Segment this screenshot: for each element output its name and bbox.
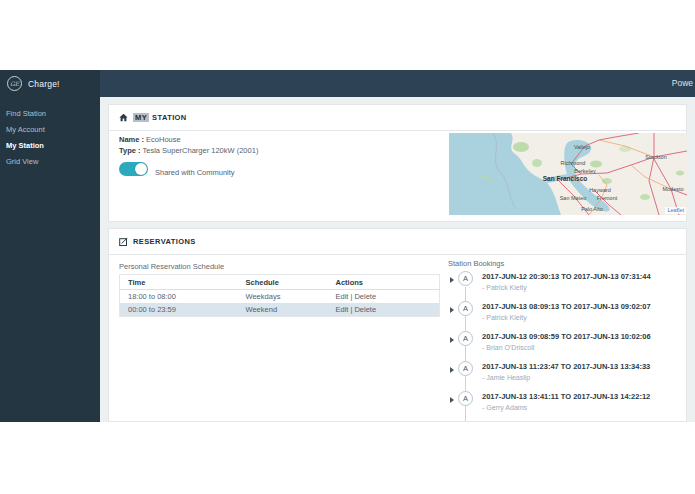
reservations-title: RESERVATIONS	[133, 237, 196, 246]
booking-user: - Gerry Adams	[482, 404, 527, 411]
map-city-label: Fremont	[597, 195, 618, 201]
cell-time: 00:00 to 23:59	[120, 303, 238, 317]
actions-separator: |	[350, 305, 352, 314]
booking-item: A 2017-JUN-13 13:41:11 TO 2017-JUN-13 14…	[450, 391, 680, 419]
station-type-line: Type : Tesla SuperCharger 120kW (2001)	[119, 146, 258, 155]
reservations-header: RESERVATIONS	[109, 229, 686, 255]
booking-range: 2017-JUN-12 20:30:13 TO 2017-JUN-13 07:3…	[482, 272, 651, 281]
station-type-value: Tesla SuperCharger 120kW (2001)	[142, 146, 258, 155]
map-city-label: Modesto	[662, 186, 683, 192]
top-bar: Powe	[0, 70, 695, 97]
schedule-table-title: Personal Reservation Schedule	[119, 262, 224, 271]
cell-actions: Edit|Delete	[328, 303, 440, 317]
booking-item: A 2017-JUN-13 11:23:47 TO 2017-JUN-13 13…	[450, 361, 680, 389]
map-city-label: San Mateo	[560, 195, 587, 201]
booking-avatar: A	[458, 331, 473, 346]
map-city-label: Palo Alto	[581, 206, 603, 212]
edit-link[interactable]: Edit	[336, 305, 349, 314]
table-row: 18:00 to 08:00 Weekdays Edit|Delete	[120, 290, 440, 304]
sidebar: Find Station My Account My Station Grid …	[0, 97, 100, 422]
section-title: STATION	[152, 113, 187, 122]
app-title: Charge!	[28, 79, 60, 89]
my-station-header: MY STATION	[109, 105, 686, 131]
sidebar-item-my-account[interactable]: My Account	[0, 122, 100, 138]
station-name-value: EcoHouse	[146, 135, 181, 144]
booking-range: 2017-JUN-13 11:23:47 TO 2017-JUN-13 13:3…	[482, 362, 650, 371]
expand-caret-icon[interactable]	[450, 367, 454, 373]
actions-separator: |	[350, 292, 352, 301]
column-header-actions: Actions	[328, 275, 440, 290]
map-city-label: Vallejo	[574, 144, 590, 150]
station-name-label: Name :	[119, 135, 144, 144]
brand[interactable]: GE Charge!	[0, 70, 100, 97]
booking-range: 2017-JUN-13 08:09:13 TO 2017-JUN-13 09:0…	[482, 302, 651, 311]
expand-caret-icon[interactable]	[450, 277, 454, 283]
main-content: MY STATION Name : EcoHouse Type : Tesla …	[100, 97, 695, 422]
booking-range: 2017-JUN-13 09:08:59 TO 2017-JUN-13 10:0…	[482, 332, 651, 341]
station-name-line: Name : EcoHouse	[119, 135, 181, 144]
edit-icon	[119, 237, 128, 246]
expand-caret-icon[interactable]	[450, 307, 454, 313]
sidebar-item-grid-view[interactable]: Grid View	[0, 154, 100, 170]
booking-user: - Jamie Heaslip	[482, 374, 530, 381]
cell-schedule: Weekdays	[238, 290, 328, 304]
station-map[interactable]: Vallejo Richmond Berkeley Hayward San Ma…	[449, 133, 687, 215]
leaflet-attribution-link[interactable]: Leaflet	[665, 207, 686, 214]
shared-with-community-toggle[interactable]	[119, 162, 148, 176]
table-row: 00:00 to 23:59 Weekend Edit|Delete	[120, 303, 440, 317]
booking-range: 2017-JUN-13 13:41:11 TO 2017-JUN-13 14:2…	[482, 392, 650, 401]
toggle-knob	[135, 163, 147, 175]
map-city-label-san-francisco: San Francisco	[543, 175, 587, 182]
sidebar-item-my-station[interactable]: My Station	[0, 138, 100, 154]
expand-caret-icon[interactable]	[450, 337, 454, 343]
cell-actions: Edit|Delete	[328, 290, 440, 304]
booking-avatar: A	[458, 361, 473, 376]
delete-link[interactable]: Delete	[354, 292, 376, 301]
edit-link[interactable]: Edit	[336, 292, 349, 301]
booking-item: A 2017-JUN-12 20:30:13 TO 2017-JUN-13 07…	[450, 271, 680, 299]
map-city-label: Hayward	[589, 187, 611, 193]
column-header-time: Time	[120, 275, 238, 290]
cell-time: 18:00 to 08:00	[120, 290, 238, 304]
topbar-right-link[interactable]: Powe	[672, 70, 695, 97]
column-header-schedule: Schedule	[238, 275, 328, 290]
reservations-card: RESERVATIONS Personal Reservation Schedu…	[108, 228, 687, 422]
map-city-label: Stockton	[645, 154, 666, 160]
reservation-schedule-table: Time Schedule Actions 18:00 to 08:00 Wee…	[119, 274, 440, 317]
station-type-label: Type :	[119, 146, 141, 155]
map-canvas: Vallejo Richmond Berkeley Hayward San Ma…	[449, 133, 687, 215]
my-station-card: MY STATION Name : EcoHouse Type : Tesla …	[108, 104, 687, 222]
booking-user: - Patrick Kielty	[482, 284, 527, 291]
station-bookings-title: Station Bookings	[448, 259, 504, 268]
map-city-label: Berkeley	[574, 168, 596, 174]
booking-item: A 2017-JUN-13 08:09:13 TO 2017-JUN-13 09…	[450, 301, 680, 329]
expand-caret-icon[interactable]	[450, 397, 454, 403]
booking-user: - Brian O'Driscoll	[482, 344, 534, 351]
booking-avatar: A	[458, 391, 473, 406]
booking-user: - Patrick Kielty	[482, 314, 527, 321]
sidebar-item-find-station[interactable]: Find Station	[0, 106, 100, 122]
ge-logo-icon: GE	[7, 76, 22, 91]
cell-schedule: Weekend	[238, 303, 328, 317]
section-title-highlight: MY	[133, 113, 149, 122]
booking-avatar: A	[458, 271, 473, 286]
shared-toggle-label: Shared with Community	[155, 168, 235, 177]
delete-link[interactable]: Delete	[354, 305, 376, 314]
table-header-row: Time Schedule Actions	[120, 275, 440, 290]
map-city-label: Richmond	[561, 160, 586, 166]
booking-item: A 2017-JUN-13 09:08:59 TO 2017-JUN-13 10…	[450, 331, 680, 359]
home-icon	[119, 113, 128, 122]
booking-avatar: A	[458, 301, 473, 316]
